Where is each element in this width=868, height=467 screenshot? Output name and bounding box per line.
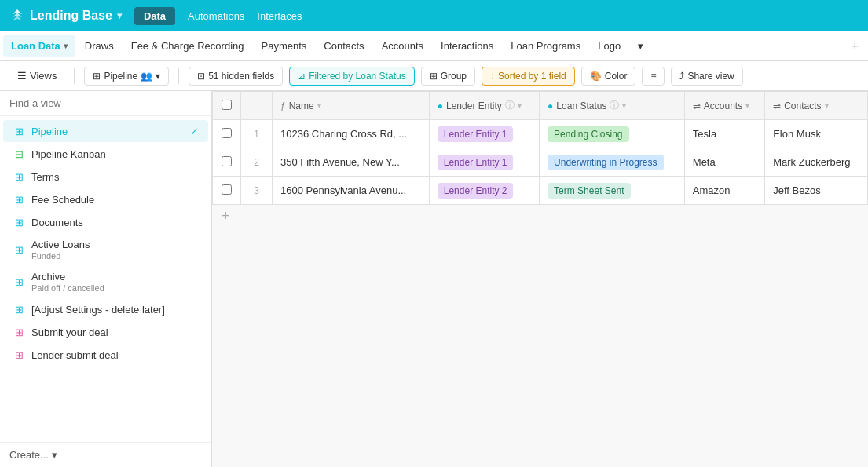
tab-accounts[interactable]: Accounts: [374, 35, 431, 57]
lender-entity-column-header[interactable]: ● Lender Entity ⓘ ▾: [429, 92, 539, 120]
add-row-button[interactable]: +: [212, 205, 868, 228]
loan-status-badge: Underwriting in Progress: [548, 155, 663, 170]
submit-deal-icon: ⊞: [13, 326, 25, 338]
tab-draws[interactable]: Draws: [77, 35, 122, 57]
loan-status-badge: Pending Closing: [548, 126, 628, 142]
filter-button[interactable]: ⊿ Filtered by Loan Status: [289, 67, 414, 86]
row-name-cell[interactable]: 350 Fifth Avenue, New Y...: [273, 148, 430, 177]
tab-loan-data-caret: ▾: [64, 42, 68, 50]
name-column-header[interactable]: ƒ Name ▾: [273, 92, 430, 120]
row-checkbox[interactable]: [222, 156, 232, 166]
tab-contacts-label: Contacts: [324, 40, 364, 52]
group-button[interactable]: ⊞ Group: [421, 67, 475, 86]
lender-entity-badge: Lender Entity 1: [438, 155, 514, 170]
tab-accounts-label: Accounts: [382, 40, 423, 52]
sidebar-item-submit-deal[interactable]: ⊞ Submit your deal: [3, 321, 208, 343]
sidebar-item-adjust-settings[interactable]: ⊞ [Adjust Settings - delete later]: [3, 298, 208, 320]
row-accounts-cell[interactable]: Amazon: [684, 177, 764, 205]
filter-icon: ⊿: [298, 71, 306, 82]
logo-icon: [9, 8, 25, 24]
sort-button[interactable]: ↕ Sorted by 1 field: [482, 67, 575, 86]
sidebar-item-pipeline-kanban[interactable]: ⊟ Pipeline Kanban: [3, 143, 208, 165]
pipeline-label: Pipeline: [104, 71, 137, 82]
sidebar-item-documents[interactable]: ⊞ Documents: [3, 211, 208, 233]
share-view-button[interactable]: ⤴ Share view: [671, 67, 742, 86]
views-button[interactable]: ☰ Views: [9, 67, 64, 85]
app-logo[interactable]: Lending Base ▾: [9, 8, 122, 24]
tab-fee-charge[interactable]: Fee & Charge Recording: [123, 35, 252, 57]
sidebar-archive-label: Archive: [31, 271, 104, 283]
create-button[interactable]: Create... ▾: [9, 449, 57, 461]
tab-add-button[interactable]: +: [845, 36, 865, 57]
toolbar-sep-2: [178, 68, 179, 84]
row-checkbox[interactable]: [222, 128, 232, 138]
row-accounts-cell[interactable]: Tesla: [684, 120, 764, 148]
row-accounts-cell[interactable]: Meta: [684, 148, 764, 177]
tab-payments[interactable]: Payments: [254, 35, 315, 57]
hidden-fields-label: 51 hidden fields: [208, 71, 274, 82]
data-nav-btn[interactable]: Data: [134, 7, 175, 25]
row-lender-cell[interactable]: Lender Entity 2: [429, 177, 539, 205]
tab-loan-data[interactable]: Loan Data ▾: [3, 35, 75, 57]
table-row: 2 350 Fifth Avenue, New Y... Lender Enti…: [213, 148, 868, 177]
create-caret-icon: ▾: [52, 449, 57, 461]
hidden-fields-button[interactable]: ⊡ 51 hidden fields: [189, 67, 283, 86]
sidebar-item-archive[interactable]: ⊞ Archive Paid off / cancelled: [3, 266, 208, 297]
tab-loan-programs-label: Loan Programs: [511, 40, 580, 52]
tab-contacts[interactable]: Contacts: [316, 35, 372, 57]
tab-more[interactable]: ▾: [630, 35, 651, 57]
table-header-row: ƒ Name ▾ ● Lender Entity ⓘ ▾: [213, 92, 868, 120]
tab-loan-programs[interactable]: Loan Programs: [503, 35, 588, 57]
tab-logo[interactable]: Logo: [590, 35, 628, 57]
pipeline-button[interactable]: ⊞ Pipeline 👥 ▾: [84, 67, 169, 86]
active-check-icon: ✓: [190, 126, 199, 137]
sidebar-item-lender-submit[interactable]: ⊞ Lender submit deal: [3, 344, 208, 366]
accounts-column-header[interactable]: ⇌ Accounts ▾: [684, 92, 764, 120]
sidebar-item-pipeline[interactable]: ⊞ Pipeline ✓: [3, 120, 208, 142]
sort-icon: ↕: [490, 71, 495, 82]
sidebar-item-terms[interactable]: ⊞ Terms: [3, 166, 208, 188]
sidebar-item-fee-schedule[interactable]: ⊞ Fee Schedule: [3, 188, 208, 210]
automations-nav-btn[interactable]: Automations: [188, 10, 244, 22]
interfaces-nav-btn[interactable]: Interfaces: [257, 10, 302, 22]
sidebar-items: ⊞ Pipeline ✓ ⊟ Pipeline Kanban ⊞ Terms ⊞…: [0, 116, 211, 442]
row-lender-cell[interactable]: Lender Entity 1: [429, 148, 539, 177]
checkbox-column-header[interactable]: [213, 92, 241, 120]
row-number-cell: 2: [241, 148, 273, 177]
lender-col-dropdown-icon: ▾: [518, 101, 522, 110]
row-loan-status-cell[interactable]: Term Sheet Sent: [540, 177, 685, 205]
contacts-column-header[interactable]: ⇌ Contacts ▾: [765, 92, 868, 120]
row-contacts-cell[interactable]: Mark Zuckerberg: [765, 148, 868, 177]
row-checkbox[interactable]: [222, 184, 232, 195]
table-row: 1 10236 Charing Cross Rd, ... Lender Ent…: [213, 120, 868, 148]
row-loan-status-cell[interactable]: Pending Closing: [540, 120, 685, 148]
active-loans-icon: ⊞: [13, 243, 25, 256]
toolbar-sep-1: [74, 68, 75, 84]
row-contacts-cell[interactable]: Jeff Bezos: [765, 177, 868, 205]
search-input[interactable]: [9, 97, 202, 109]
row-name-cell[interactable]: 1600 Pennsylvania Avenu...: [273, 177, 430, 205]
sidebar-pipeline-kanban-label: Pipeline Kanban: [31, 148, 106, 160]
sort-label: Sorted by 1 field: [498, 71, 566, 82]
lender-status-icon: ●: [438, 100, 443, 111]
app-name: Lending Base: [30, 9, 112, 23]
tab-payments-label: Payments: [262, 40, 307, 52]
row-checkbox-cell[interactable]: [213, 120, 241, 148]
row-lender-cell[interactable]: Lender Entity 1: [429, 120, 539, 148]
row-checkbox-cell[interactable]: [213, 177, 241, 205]
rownum-column-header: [241, 92, 273, 120]
grid-icon: ⊞: [13, 125, 25, 137]
tab-interactions[interactable]: Interactions: [433, 35, 501, 57]
select-all-checkbox[interactable]: [222, 100, 232, 110]
loan-col-info-icon: ⓘ: [610, 99, 619, 112]
app-dropdown-icon[interactable]: ▾: [117, 10, 122, 21]
sidebar-item-active-loans[interactable]: ⊞ Active Loans Funded: [3, 234, 208, 265]
loan-status-column-header[interactable]: ● Loan Status ⓘ ▾: [540, 92, 685, 120]
row-loan-status-cell[interactable]: Underwriting in Progress: [540, 148, 685, 177]
color-button[interactable]: 🎨 Color: [581, 67, 636, 86]
tab-draws-label: Draws: [85, 40, 114, 52]
row-checkbox-cell[interactable]: [213, 148, 241, 177]
row-name-cell[interactable]: 10236 Charing Cross Rd, ...: [273, 120, 430, 148]
row-height-button[interactable]: ≡: [642, 67, 665, 86]
row-contacts-cell[interactable]: Elon Musk: [765, 120, 868, 148]
